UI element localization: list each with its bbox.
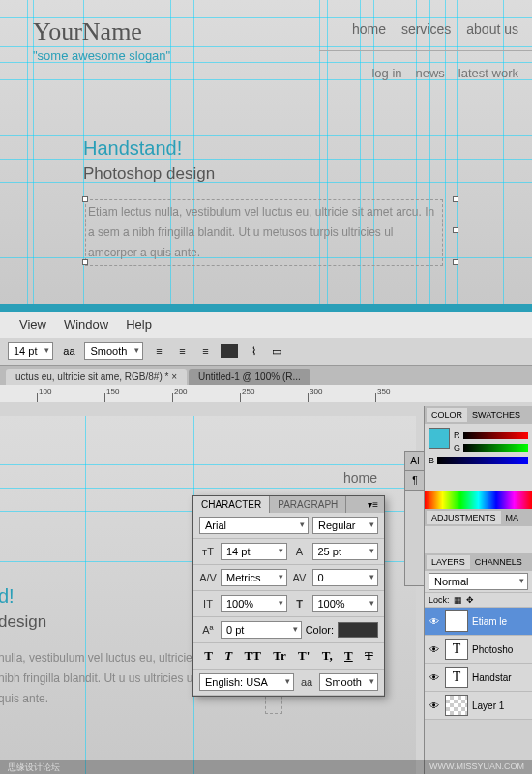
b-slider[interactable] (437, 457, 528, 464)
tab-swatches[interactable]: SWATCHES (467, 408, 525, 422)
visibility-icon[interactable]: 👁 (428, 644, 441, 655)
layer-1[interactable]: 👁Layer 1 (425, 692, 532, 720)
kerning-field[interactable]: Metrics (221, 569, 287, 586)
footer-right: WWW.MISSYUAN.COM (429, 761, 524, 773)
design-canvas-top: YourName "some awesome slogan" home serv… (0, 0, 532, 307)
baseline-field[interactable]: 0 pt (221, 621, 302, 639)
b-label: B (429, 456, 434, 465)
nav-home[interactable]: home (352, 21, 386, 37)
menu-help[interactable]: Help (126, 317, 152, 332)
tab-color[interactable]: COLOR (427, 408, 467, 422)
font-size-field[interactable]: 14 pt (221, 543, 287, 560)
align-center-icon[interactable]: ≡ (174, 343, 190, 359)
doc-tab-untitled[interactable]: Untitled-1 @ 100% (R... (189, 369, 310, 385)
nav-services[interactable]: services (401, 21, 451, 37)
layer-thumb (445, 695, 468, 716)
font-size-dropdown[interactable]: 14 pt (8, 342, 53, 360)
subscript[interactable]: T, (322, 648, 333, 664)
document-tabs: uctus eu, ultricie sit ame, RGB/8#) * × … (0, 366, 532, 385)
tab-character[interactable]: CHARACTER (193, 496, 270, 513)
doc-tab-active[interactable]: uctus eu, ultricie sit ame, RGB/8#) * × (6, 369, 187, 385)
font-size-icon: тT (199, 546, 217, 557)
selection-handle[interactable] (453, 196, 458, 202)
secondary-nav: log in news latest work (371, 66, 518, 80)
panel-toggle-icon[interactable]: ▭ (269, 343, 284, 359)
faux-bold[interactable]: T (204, 648, 213, 664)
visibility-icon[interactable]: 👁 (428, 672, 441, 683)
character-panel[interactable]: CHARACTER PARAGRAPH ▾≡ Arial Regular тT … (192, 495, 385, 697)
dock-icon-paragraph[interactable]: ¶ (405, 471, 425, 491)
layer-photoshop[interactable]: 👁TPhotosho (425, 636, 532, 664)
visibility-icon[interactable]: 👁 (428, 700, 441, 711)
body-text-box[interactable]: Etiam lectus nulla, vestibulum vel luctu… (85, 199, 443, 266)
blend-mode-dropdown[interactable]: Normal (429, 573, 528, 590)
menu-view[interactable]: View (19, 317, 46, 332)
r-slider[interactable] (463, 432, 529, 439)
tab-adjustments[interactable]: ADJUSTMENTS (427, 511, 501, 524)
leading-field[interactable]: 25 pt (312, 543, 379, 560)
vscale-field[interactable]: 100% (221, 595, 287, 612)
color-spectrum[interactable] (425, 491, 532, 509)
selection-handle[interactable] (453, 227, 458, 233)
aa-mode-dropdown[interactable]: Smooth (319, 673, 378, 691)
selection-handle[interactable] (82, 259, 88, 265)
superscript[interactable]: T' (298, 648, 310, 664)
teal-divider (0, 304, 532, 312)
layer-name[interactable]: Handstar (472, 672, 512, 683)
panel-menu-icon[interactable]: ▾≡ (362, 496, 384, 513)
lock-position-icon[interactable]: ✥ (466, 595, 474, 605)
lock-pixels-icon[interactable]: ▦ (454, 595, 462, 605)
g-slider[interactable] (463, 444, 528, 452)
text-color-swatch[interactable] (221, 344, 238, 358)
hscale-field[interactable]: 100% (312, 595, 379, 612)
nav-login[interactable]: log in (371, 66, 401, 80)
font-weight-dropdown[interactable]: Regular (312, 517, 378, 534)
tab-layers[interactable]: LAYERS (427, 555, 470, 569)
r-label: R (454, 431, 460, 440)
layer-handstand[interactable]: 👁THandstar (425, 664, 532, 692)
align-left-icon[interactable]: ≡ (151, 343, 166, 359)
foreground-swatch[interactable] (429, 428, 450, 449)
text-color-swatch[interactable] (338, 622, 378, 638)
visibility-icon[interactable]: 👁 (428, 616, 441, 627)
faux-italic[interactable]: T (224, 648, 232, 664)
tracking-field[interactable]: 0 (312, 569, 379, 586)
font-family-dropdown[interactable]: Arial (199, 517, 309, 534)
layer-thumb: T (445, 610, 468, 632)
dock-icon-ai[interactable]: AI (405, 452, 425, 471)
ruler-horizontal[interactable]: 100 150 200 250 300 350 (0, 385, 532, 402)
selection-handle[interactable] (453, 259, 458, 265)
all-caps[interactable]: TT (245, 648, 261, 664)
menu-window[interactable]: Window (64, 317, 108, 332)
layer-name[interactable]: Photosho (472, 644, 513, 655)
align-right-icon[interactable]: ≡ (197, 343, 213, 359)
warp-text-icon[interactable]: ⌇ (246, 343, 261, 359)
selection-handle[interactable] (82, 196, 88, 202)
layer-thumb: T (445, 667, 468, 688)
layer-name[interactable]: Layer 1 (472, 700, 504, 711)
layer-etiam[interactable]: 👁TEtiam le (425, 608, 532, 636)
options-bar: 14 pt aa Smooth ≡ ≡ ≡ ⌇ ▭ (0, 338, 532, 366)
subhead-text: Photoshop design (83, 164, 215, 184)
layer-name[interactable]: Etiam le (472, 616, 507, 627)
nav-home-2[interactable]: home (343, 470, 377, 486)
logo-text: YourName (33, 17, 142, 46)
small-caps[interactable]: Tr (273, 648, 285, 664)
strikethrough[interactable]: Ŧ (365, 648, 373, 664)
underline[interactable]: T (344, 648, 353, 664)
tab-paragraph[interactable]: PARAGRAPH (270, 496, 346, 513)
aa-dropdown[interactable]: Smooth (84, 342, 143, 360)
tab-masks[interactable]: MA (501, 511, 524, 524)
vscale-icon: IT (199, 598, 217, 610)
kerning-icon: A/V (199, 572, 217, 583)
nav-news[interactable]: news (416, 66, 445, 80)
nav-about[interactable]: about us (466, 21, 518, 37)
layer-thumb: T (445, 639, 468, 660)
headline-2: d! (0, 585, 15, 608)
tab-channels[interactable]: CHANNELS (470, 555, 527, 569)
language-dropdown[interactable]: English: USA (199, 673, 294, 691)
nav-latest[interactable]: latest work (458, 66, 518, 80)
type-style-buttons: T T TT Tr T' T, T Ŧ (193, 643, 384, 670)
collapsed-panel-dock[interactable]: AI ¶ (404, 451, 426, 586)
leading-icon: A͏ (291, 546, 309, 557)
